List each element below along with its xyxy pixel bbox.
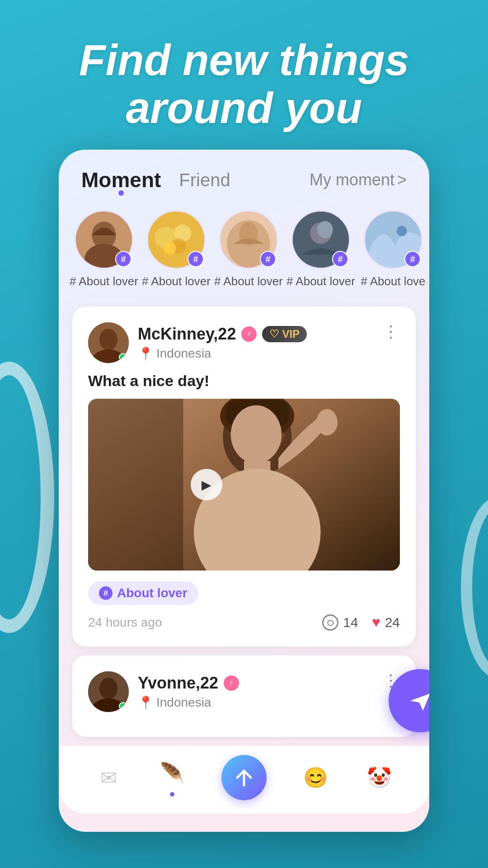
nav-moment[interactable]: 🪶 [158, 759, 187, 797]
story-avatar-wrap: # [219, 210, 278, 269]
comment-icon: ○ [322, 614, 338, 631]
stories-row: # # About lover # # About lover [59, 197, 429, 297]
location-pin-icon: 📍 [138, 346, 154, 361]
post-user-info: McKinney,22 ♀ ♡ VIP 📍 Indonesia [138, 325, 374, 361]
story-item[interactable]: # # About lover [72, 210, 136, 288]
tab-moment[interactable]: Moment [81, 168, 161, 192]
nav-center[interactable] [221, 755, 267, 800]
online-indicator [119, 353, 127, 361]
story-item[interactable]: # # About lover [217, 210, 280, 288]
online-indicator-2 [119, 702, 127, 710]
post-avatar-1 [88, 322, 129, 363]
post-stats: ○ 14 ♥ 24 [322, 614, 400, 631]
profile-icon: 🤡 [365, 763, 394, 792]
story-label-2: # About lover [142, 274, 211, 288]
nav-profile[interactable]: 🤡 [365, 763, 394, 792]
location-pin-icon-2: 📍 [138, 695, 154, 710]
story-item[interactable]: # # About lover [145, 210, 208, 288]
post-text: What a nice day! [88, 372, 400, 390]
vip-badge: ♡ VIP [262, 326, 307, 342]
story-label-1: # About lover [70, 274, 138, 288]
story-item[interactable]: # # About love [361, 210, 425, 288]
like-stat[interactable]: ♥ 24 [372, 614, 400, 631]
post-image[interactable]: ▶ [88, 399, 400, 571]
post-card-1: McKinney,22 ♀ ♡ VIP 📍 Indonesia ⋮ What a… [72, 307, 416, 646]
nav-home[interactable]: ✉ [94, 763, 123, 792]
svg-point-7 [163, 242, 176, 255]
post-username-2: Yvonne,22 [138, 674, 218, 693]
post-avatar-2 [88, 671, 129, 712]
post-location-2: 📍 Indonesia [138, 695, 374, 710]
headline-line1: Find new things [27, 36, 461, 84]
story-avatar-wrap: # [75, 210, 133, 269]
story-label-5: # About love [361, 274, 425, 288]
svg-point-17 [99, 329, 117, 350]
post-username: McKinney,22 [138, 325, 236, 344]
post-card-2: Yvonne,22 ♀ 📍 Indonesia ⋮ [72, 656, 416, 737]
story-badge-4: # [332, 251, 348, 267]
play-button[interactable]: ▶ [191, 469, 222, 500]
verified-badge-2: ♀ [224, 675, 239, 691]
story-label-3: # About lover [214, 274, 283, 288]
headline: Find new things around you [0, 0, 488, 150]
story-label-4: # About lover [286, 274, 355, 288]
story-avatar-wrap: # [364, 210, 422, 269]
nav-active-dot [170, 792, 174, 797]
svg-rect-28 [88, 399, 183, 571]
story-avatar-wrap: # [147, 210, 206, 269]
post-time: 24 hours ago [88, 615, 322, 630]
post-more-button[interactable]: ⋮ [383, 322, 400, 341]
phone-mockup: Moment Friend My moment > # # About lo [59, 150, 429, 832]
svg-point-15 [397, 226, 407, 236]
post-image-figure: ▶ [88, 399, 400, 571]
svg-point-13 [317, 221, 333, 238]
tabs-bar: Moment Friend My moment > [59, 150, 429, 197]
comment-stat[interactable]: ○ 14 [322, 614, 358, 631]
moment-icon: 🪶 [158, 759, 187, 788]
nav-chat[interactable]: 😊 [301, 763, 330, 792]
story-avatar-wrap: # [291, 210, 350, 269]
story-badge-3: # [260, 251, 276, 267]
svg-point-24 [231, 406, 282, 464]
home-icon: ✉ [94, 763, 123, 792]
post-header-1: McKinney,22 ♀ ♡ VIP 📍 Indonesia ⋮ [88, 322, 400, 363]
story-item[interactable]: # # About lover [289, 210, 352, 288]
heart-icon: ♥ [372, 614, 380, 631]
username-row-2: Yvonne,22 ♀ [138, 674, 374, 693]
post-tag[interactable]: # About lover [88, 581, 198, 605]
post-footer: 24 hours ago ○ 14 ♥ 24 [88, 614, 400, 631]
center-button[interactable] [221, 755, 267, 800]
post-location: 📍 Indonesia [138, 346, 374, 361]
hashtag-icon: # [99, 586, 113, 600]
svg-point-27 [316, 409, 338, 435]
story-badge-5: # [404, 251, 421, 267]
tab-my-moment[interactable]: My moment > [310, 170, 407, 189]
post-header-2: Yvonne,22 ♀ 📍 Indonesia ⋮ [88, 671, 400, 712]
bottom-nav: ✉ 🪶 😊 🤡 [59, 746, 429, 814]
story-badge-1: # [115, 251, 131, 267]
story-badge-2: # [188, 251, 204, 267]
post-user-info-2: Yvonne,22 ♀ 📍 Indonesia [138, 674, 374, 710]
verified-badge: ♀ [241, 326, 257, 342]
svg-point-30 [99, 678, 117, 699]
tab-friend[interactable]: Friend [179, 170, 230, 190]
chat-icon: 😊 [301, 763, 330, 792]
headline-line2: around you [27, 84, 461, 132]
username-row: McKinney,22 ♀ ♡ VIP [138, 325, 374, 344]
